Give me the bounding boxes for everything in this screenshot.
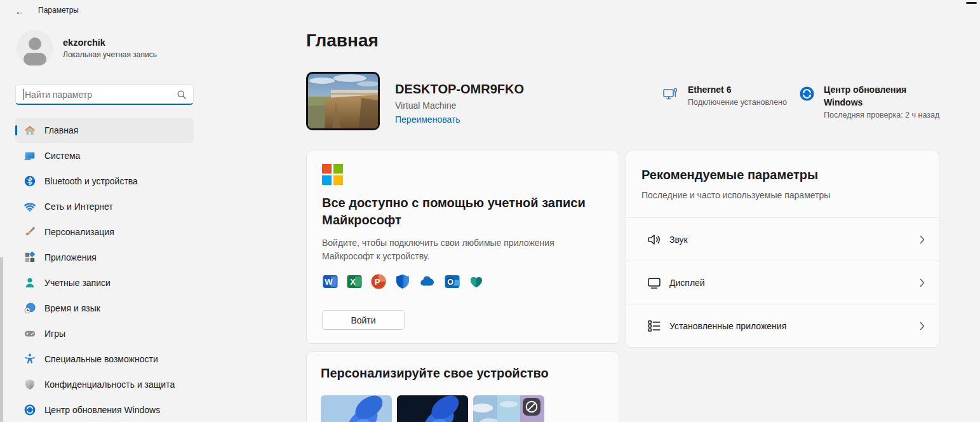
sidebar-item-label: Система bbox=[44, 151, 80, 161]
word-icon: W bbox=[322, 273, 339, 290]
update-title: Центр обновления Windows bbox=[824, 83, 913, 109]
sidebar-item-label: Время и язык bbox=[44, 303, 100, 313]
speaker-icon bbox=[647, 232, 662, 247]
system-icon bbox=[23, 149, 36, 162]
microsoft-logo-icon bbox=[322, 164, 343, 185]
accessibility-icon bbox=[23, 353, 36, 365]
sidebar-item-windows-update[interactable]: Центр обновления Windows bbox=[15, 397, 194, 422]
recommended-row-sound[interactable]: Звук bbox=[626, 217, 939, 261]
display-icon bbox=[647, 275, 662, 290]
apps-icon bbox=[23, 251, 36, 264]
chevron-right-icon bbox=[920, 322, 925, 330]
network-title: Ethernet 6 bbox=[688, 83, 787, 96]
sidebar-item-label: Главная bbox=[44, 125, 78, 135]
sidebar-item-accessibility[interactable]: Специальные возможности bbox=[15, 346, 194, 372]
wifi-icon bbox=[23, 200, 36, 213]
page-title: Главная bbox=[306, 31, 379, 51]
device-thumbnail bbox=[306, 72, 380, 130]
sidebar-item-gaming[interactable]: Игры bbox=[15, 321, 194, 346]
sidebar-item-label: Приложения bbox=[44, 252, 97, 262]
recommended-row-label: Звук bbox=[669, 235, 688, 245]
sidebar-item-privacy[interactable]: Конфиденциальность и защита bbox=[15, 372, 194, 397]
sidebar-item-label: Центр обновления Windows bbox=[44, 405, 160, 415]
update-subtitle: Последняя проверка: 2 ч назад bbox=[824, 111, 939, 119]
app-icons-row: W X P O bbox=[322, 273, 603, 290]
recommended-row-installed-apps[interactable]: Установленные приложения bbox=[626, 304, 939, 347]
svg-text:P: P bbox=[375, 277, 380, 287]
personalize-card: Персонализируйте свое устройство bbox=[306, 351, 619, 422]
home-icon bbox=[23, 124, 36, 137]
sidebar-item-label: Учетные записи bbox=[44, 278, 111, 288]
update-status-block[interactable]: Центр обновления Windows Последняя прове… bbox=[799, 83, 939, 119]
svg-text:X: X bbox=[350, 277, 356, 287]
recommended-row-label: Дисплей bbox=[669, 278, 705, 288]
network-subtitle: Подключение установлено bbox=[688, 98, 787, 107]
recommended-card: Рекомендуемые параметры Последние и част… bbox=[626, 151, 939, 348]
search-input[interactable] bbox=[23, 90, 177, 100]
wallpaper-thumb-spotlight[interactable] bbox=[473, 395, 544, 422]
account-card-title: Все доступно с помощью учетной записи Ма… bbox=[322, 194, 595, 229]
sidebar-item-label: Сеть и Интернет bbox=[44, 201, 113, 212]
profile-name: ekzorchik bbox=[63, 37, 157, 48]
windows-update-icon bbox=[799, 86, 815, 102]
recommended-row-label: Установленные приложения bbox=[669, 321, 786, 331]
onedrive-icon bbox=[419, 273, 436, 290]
apps-list-icon bbox=[647, 318, 662, 334]
profile-account-type: Локальная учетная запись bbox=[63, 50, 157, 59]
ethernet-icon bbox=[662, 86, 679, 103]
sidebar-item-personalization[interactable]: Персонализация bbox=[15, 219, 194, 245]
device-name: DESKTOP-OMR9FKO bbox=[395, 82, 524, 97]
sidebar-nav: Главная Система Bluetooth и устройства С… bbox=[15, 118, 194, 422]
account-card-body: Войдите, чтобы подключить свои любимые п… bbox=[322, 236, 567, 263]
sidebar-item-bluetooth[interactable]: Bluetooth и устройства bbox=[15, 168, 194, 194]
network-status-block[interactable]: Ethernet 6 Подключение установлено bbox=[662, 83, 795, 107]
sidebar-item-network[interactable]: Сеть и Интернет bbox=[15, 194, 194, 219]
family-safety-icon bbox=[468, 273, 485, 290]
outlook-icon: O bbox=[444, 273, 460, 290]
svg-text:O: O bbox=[447, 278, 453, 287]
window-title: Параметры bbox=[38, 6, 79, 15]
screen-edge-artifact bbox=[0, 257, 3, 422]
bluetooth-icon bbox=[23, 175, 36, 187]
brush-icon bbox=[23, 226, 36, 238]
main-content: Главная DESKTOP-OMR9FKO Virtual Machine … bbox=[306, 0, 939, 422]
search-icon bbox=[177, 90, 187, 100]
recommended-subtitle: Последние и часто используемые параметры bbox=[641, 190, 923, 200]
sidebar-item-label: Bluetooth и устройства bbox=[44, 176, 138, 186]
device-type: Virtual Machine bbox=[395, 100, 524, 111]
sidebar-item-label: Конфиденциальность и защита bbox=[44, 379, 175, 390]
sync-icon bbox=[23, 404, 36, 416]
globe-clock-icon bbox=[23, 302, 36, 315]
avatar bbox=[17, 30, 53, 67]
recommended-title: Рекомендуемые параметры bbox=[641, 168, 923, 182]
recommended-row-display[interactable]: Дисплей bbox=[626, 261, 939, 304]
sidebar-item-apps[interactable]: Приложения bbox=[15, 245, 194, 270]
defender-icon bbox=[394, 273, 411, 290]
svg-text:W: W bbox=[325, 277, 333, 287]
sidebar-item-label: Игры bbox=[44, 329, 65, 339]
shield-icon bbox=[23, 378, 36, 391]
signin-button[interactable]: Войти bbox=[322, 310, 405, 330]
scrollbar-thumb[interactable] bbox=[966, 2, 977, 4]
sidebar-item-label: Специальные возможности bbox=[44, 354, 158, 364]
excel-icon: X bbox=[346, 273, 363, 290]
back-button[interactable]: ← bbox=[10, 3, 29, 19]
wallpaper-thumb-dark[interactable] bbox=[397, 395, 468, 422]
sidebar-item-home[interactable]: Главная bbox=[15, 118, 194, 143]
chevron-right-icon bbox=[920, 278, 925, 287]
search-box[interactable] bbox=[15, 85, 194, 105]
spotlight-icon bbox=[523, 398, 540, 416]
sidebar-item-label: Персонализация bbox=[44, 227, 114, 237]
wallpaper-thumb-light[interactable] bbox=[321, 395, 392, 422]
person-icon bbox=[23, 276, 36, 289]
sidebar-item-system[interactable]: Система bbox=[15, 143, 194, 168]
sidebar-item-accounts[interactable]: Учетные записи bbox=[15, 270, 194, 296]
ms-account-card: Все доступно с помощью учетной записи Ма… bbox=[306, 151, 619, 344]
device-summary: DESKTOP-OMR9FKO Virtual Machine Переимен… bbox=[306, 72, 524, 130]
sidebar-item-time-language[interactable]: Время и язык bbox=[15, 296, 194, 321]
gamepad-icon bbox=[23, 327, 36, 340]
rename-link[interactable]: Переименовать bbox=[395, 114, 524, 125]
profile-block[interactable]: ekzorchik Локальная учетная запись bbox=[17, 30, 157, 67]
chevron-right-icon bbox=[920, 235, 925, 244]
powerpoint-icon: P bbox=[370, 273, 387, 290]
